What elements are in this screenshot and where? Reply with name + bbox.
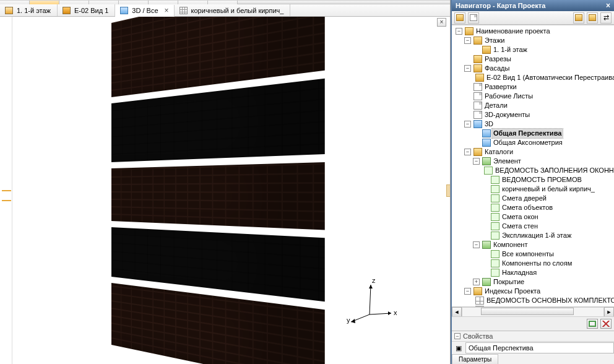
tree-el-7[interactable]: Смета стен — [480, 222, 614, 231]
scroll-left-button[interactable]: ◄ — [452, 307, 462, 317]
properties-header[interactable]: − Свойства — [452, 331, 614, 341]
tree-sections[interactable]: Разрезы — [463, 54, 614, 64]
collapse-icon[interactable]: − — [454, 333, 460, 339]
tree-details[interactable]: Детали — [463, 101, 614, 110]
navigator-close-icon[interactable]: × — [606, 0, 610, 11]
folder-icon — [473, 37, 482, 45]
sheet-icon — [491, 185, 499, 193]
tree-el-1[interactable]: ВЕДОМОСТЬ ЗАПОЛНЕНИЯ ОКОННЫХ И ДВЕРНЫХ П… — [480, 166, 614, 175]
property-name-row: ▣ — [452, 342, 614, 354]
tree-catalogs[interactable]: −Каталоги — [463, 147, 614, 157]
delete-item-button[interactable] — [600, 319, 612, 329]
sheet-icon — [491, 213, 499, 221]
wall-band-3 — [111, 162, 325, 230]
tree-floors[interactable]: −Этажи — [463, 36, 614, 45]
viewport-3d[interactable]: × — [12, 17, 450, 364]
tree-comp-2[interactable]: Компоненты по слоям — [480, 259, 614, 268]
elevation-icon — [63, 7, 71, 14]
tree-el-6[interactable]: Смета окон — [480, 212, 614, 222]
tree-pi-1[interactable]: ВЕДОМОСТЬ ОСНОВНЫХ КОМПЛЕКТОВ — [472, 296, 614, 305]
ruler-marker[interactable] — [2, 190, 11, 201]
axis-y-label: y — [347, 316, 350, 324]
tab-label: коричневый и белый кирпич_ — [190, 7, 285, 14]
nav-tool-links[interactable]: ⇄ — [600, 12, 612, 24]
close-tab-icon[interactable]: × — [165, 6, 169, 15]
tree-horizontal-scrollbar[interactable]: ◄ ► — [452, 306, 614, 316]
elevation-icon — [475, 74, 484, 82]
main-area: 1. 1-й этаж E-02 Вид 1 3D / Все × коричн… — [0, 0, 451, 364]
tree-floor-1[interactable]: 1. 1-й этаж — [472, 45, 614, 54]
tree-unfolds[interactable]: Развертки — [463, 82, 614, 92]
tab-label: 1. 1-й этаж — [15, 7, 52, 14]
flap-right[interactable] — [446, 184, 450, 197]
tree-axonometry[interactable]: Общая Аксонометрия — [472, 138, 614, 147]
sheet-icon — [491, 194, 499, 202]
properties-panel: − Свойства ▣ Параметры — [452, 331, 614, 364]
tree-el-8[interactable]: Экспликация 1-й этаж — [480, 231, 614, 240]
tree-el-3[interactable]: коричневый и белый кирпич_ — [480, 184, 614, 194]
tab-label: 3D / Все — [131, 7, 159, 14]
tree-worksheets[interactable]: Рабочие Листы — [463, 92, 614, 101]
folder-icon — [465, 27, 473, 35]
properties-tabs: Параметры — [452, 354, 614, 364]
tree-3d-docs[interactable]: 3D-документы — [463, 110, 614, 119]
tree-el-4[interactable]: Смета дверей — [480, 194, 614, 203]
folder-icon — [473, 64, 482, 72]
tree-footer-buttons — [452, 316, 614, 331]
nav-tool-folder1[interactable] — [573, 12, 584, 24]
tab-3d-all[interactable]: 3D / Все × — [115, 5, 174, 17]
tree-facade-e02[interactable]: E-02 Вид 1 (Автоматически Перестраиваема… — [472, 73, 614, 82]
axis-gizmo[interactable]: x y z — [345, 277, 400, 327]
sheet-icon — [484, 167, 493, 175]
green-folder-icon — [482, 241, 491, 249]
project-tree[interactable]: −Наименование проекта −Этажи 1. 1-й этаж… — [452, 25, 614, 306]
tree-component[interactable]: −Компонент — [472, 240, 614, 249]
nav-tool-folder2[interactable] — [587, 12, 598, 24]
tree-comp-1[interactable]: Все компоненты — [480, 249, 614, 259]
tree-comp-3[interactable]: Накладная — [480, 268, 614, 277]
sheet-icon — [491, 269, 499, 277]
folder-icon — [473, 148, 482, 156]
tab-elevation-e02[interactable]: E-02 Вид 1 — [58, 4, 115, 16]
sheet-icon — [491, 259, 499, 267]
floor-icon — [482, 46, 491, 54]
nav-tool-2[interactable] — [468, 12, 479, 24]
nav-tool-1[interactable] — [454, 12, 465, 24]
sheet-icon — [491, 232, 499, 240]
tab-schedule-brick[interactable]: коричневый и белый кирпич_ — [175, 4, 291, 16]
navigator-toolbar: ⇄ — [452, 11, 614, 25]
new-item-button[interactable] — [587, 319, 598, 329]
svg-line-0 — [370, 313, 391, 314]
navigator-title: Навигатор - Карта Проекта — [456, 0, 545, 11]
wall-3d-group — [43, 23, 316, 357]
properties-tab-params[interactable]: Параметры — [452, 354, 498, 364]
scroll-thumb[interactable] — [481, 308, 574, 315]
app-root: 1. 1-й этаж E-02 Вид 1 3D / Все × коричн… — [0, 0, 614, 364]
tree-facades[interactable]: −Фасады — [463, 64, 614, 73]
folder-icon — [473, 287, 482, 295]
tab-floor-1[interactable]: 1. 1-й этаж — [0, 4, 58, 16]
tree-3d[interactable]: −3D — [463, 119, 614, 129]
property-name-input[interactable] — [465, 342, 614, 353]
green-folder-icon — [482, 278, 491, 286]
cube3d-icon — [482, 139, 491, 147]
toolbar-sliver — [0, 0, 450, 4]
tree-root[interactable]: −Наименование проекта — [454, 27, 614, 36]
vertical-ruler[interactable] — [0, 17, 12, 364]
viewport-close-button[interactable]: × — [437, 18, 446, 27]
doc-icon — [473, 83, 482, 91]
scroll-right-button[interactable]: ► — [604, 307, 614, 317]
navigator-title-bar[interactable]: Навигатор - Карта Проекта × — [452, 0, 614, 11]
tree-el-5[interactable]: Смета объектов — [480, 203, 614, 212]
scroll-track[interactable] — [462, 307, 604, 317]
tree-cover[interactable]: +Покрытие — [472, 277, 614, 287]
grid-icon — [475, 297, 484, 305]
cube3d-icon — [482, 129, 491, 137]
tree-el-2[interactable]: ВЕДОМОСТЬ ПРОЕМОВ — [480, 175, 614, 184]
tree-project-indexes[interactable]: −Индексы Проекта — [463, 287, 614, 296]
grid-icon — [179, 7, 188, 14]
svg-marker-5 — [369, 285, 373, 288]
cube3d-icon: ▣ — [452, 344, 465, 352]
tree-element[interactable]: −Элемент — [472, 157, 614, 166]
tree-perspective[interactable]: Общая Перспектива — [472, 129, 614, 138]
